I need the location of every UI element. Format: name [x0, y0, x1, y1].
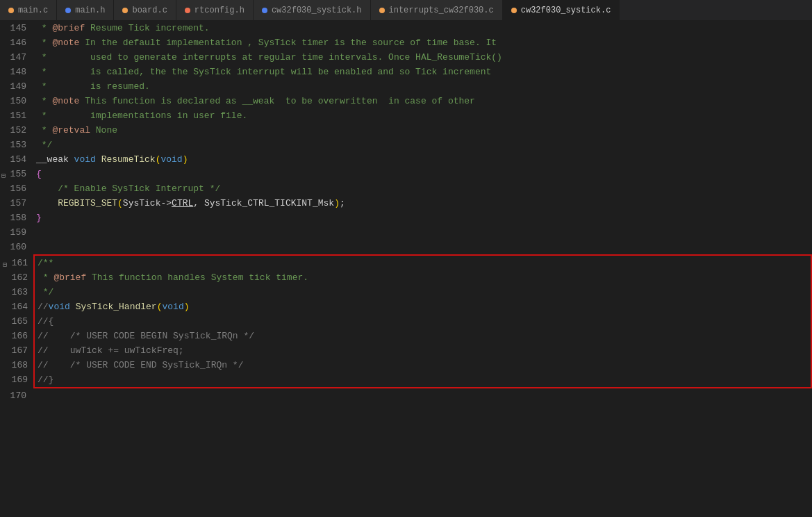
line-number: 161⊟ [1, 256, 35, 270]
code-area: 145 * @brief Resume Tick increment. 146 … [0, 21, 812, 517]
tab-dot [185, 8, 190, 13]
line-content: //{ [35, 314, 811, 329]
tab-main-h[interactable]: main.h [57, 0, 114, 20]
table-row: 168 // /* USER CODE END SysTick_IRQn */ [1, 358, 811, 372]
tab-rtconfig-h[interactable]: rtconfig.h [176, 0, 254, 20]
line-number: 153 [0, 138, 33, 152]
line-content: // /* USER CODE END SysTick_IRQn */ [35, 358, 811, 372]
line-number: 149 [0, 79, 33, 94]
line-number: 170 [0, 388, 33, 403]
line-number: 164 [1, 299, 35, 314]
tab-systick-h[interactable]: cw32f030_systick.h [254, 0, 371, 20]
table-row: 154 __weak void ResumeTick(void) [0, 152, 812, 167]
tab-dot [262, 8, 267, 13]
line-number: 158 [0, 211, 33, 225]
table-row: 169 //} [1, 372, 811, 387]
line-number: 154 [0, 152, 33, 167]
table-row: 167 // uwTick += uwTickFreq; [1, 343, 811, 358]
table-row: 151 * implementations in user file. [0, 108, 812, 123]
line-content: // uwTick += uwTickFreq; [35, 343, 811, 358]
line-number: 165 [1, 314, 35, 329]
table-row: 146 * @note In the default implementatio… [0, 35, 812, 50]
tab-dot [122, 8, 128, 13]
table-row: 147 * used to generate interrupts at reg… [0, 50, 812, 65]
table-row: 159 [0, 225, 812, 240]
tab-systick-c[interactable]: cw32f030_systick.c [503, 0, 620, 20]
table-row: 155⊟ { [0, 167, 812, 181]
table-row: 162 * @brief This function handles Syste… [1, 270, 811, 285]
line-content: /* Enable SysTick Interrupt */ [33, 181, 812, 196]
lines-wrapper: 145 * @brief Resume Tick increment. 146 … [0, 21, 812, 403]
line-number: 157 [0, 196, 33, 211]
line-content: * @note This function is declared as __w… [33, 94, 812, 108]
table-row: 160 [0, 240, 812, 254]
line-content: * is called, the the SysTick interrupt w… [33, 65, 812, 79]
line-number: 148 [0, 65, 33, 79]
highlighted-region: 161⊟ /** 162 * @brief This function hand… [33, 254, 812, 388]
line-content: * is resumed. [33, 79, 812, 94]
line-content: /** [35, 256, 811, 270]
line-content: * implementations in user file. [33, 108, 812, 123]
line-number: 167 [1, 343, 35, 358]
tab-dot [511, 8, 517, 13]
table-row: 157 REGBITS_SET(SysTick->CTRL, SysTick_C… [0, 196, 812, 211]
table-row: 166 // /* USER CODE BEGIN SysTick_IRQn *… [1, 329, 811, 343]
table-row: 148 * is called, the the SysTick interru… [0, 65, 812, 79]
line-content: __weak void ResumeTick(void) [33, 152, 812, 167]
tab-label: board.c [132, 6, 167, 15]
tab-label: cw32f030_systick.h [272, 6, 362, 15]
line-number: 152 [0, 123, 33, 138]
table-row: 150 * @note This function is declared as… [0, 94, 812, 108]
line-content: * used to generate interrupts at regular… [33, 50, 812, 65]
code-lines[interactable]: 145 * @brief Resume Tick increment. 146 … [0, 21, 812, 517]
table-row: 145 * @brief Resume Tick increment. [0, 21, 812, 35]
line-number: 169 [1, 372, 35, 387]
table-row: 164 //void SysTick_Handler(void) [1, 299, 811, 314]
line-number: 162 [1, 270, 35, 285]
line-content: { [33, 167, 812, 181]
line-content: } [33, 211, 812, 225]
table-row: 170 [0, 388, 812, 403]
table-row: 163 */ [1, 285, 811, 299]
tab-bar: main.c main.h board.c rtconfig.h cw32f03… [0, 0, 812, 21]
line-content: * @note In the default implementation , … [33, 35, 812, 50]
line-number: 145 [0, 21, 33, 35]
line-content: * @retval None [33, 123, 812, 138]
line-content: //void SysTick_Handler(void) [35, 299, 811, 314]
tab-dot [379, 8, 385, 13]
tab-board-c[interactable]: board.c [114, 0, 176, 20]
line-number: 155⊟ [0, 167, 33, 181]
line-number: 159 [0, 225, 33, 240]
tab-label: rtconfig.h [194, 6, 245, 15]
line-content: //} [35, 372, 811, 387]
line-number: 168 [1, 358, 35, 372]
line-content: */ [35, 285, 811, 299]
table-row: 149 * is resumed. [0, 79, 812, 94]
line-content: // /* USER CODE BEGIN SysTick_IRQn */ [35, 329, 811, 343]
table-row: 158 } [0, 211, 812, 225]
line-number: 163 [1, 285, 35, 299]
tab-dot [8, 8, 14, 13]
table-row: 152 * @retval None [0, 123, 812, 138]
line-number: 160 [0, 240, 33, 254]
line-number: 150 [0, 94, 33, 108]
table-row: 156 /* Enable SysTick Interrupt */ [0, 181, 812, 196]
tab-label: main.c [18, 6, 48, 15]
line-content: REGBITS_SET(SysTick->CTRL, SysTick_CTRL_… [33, 196, 812, 211]
table-row: 161⊟ /** [1, 256, 811, 270]
tab-label: main.h [75, 6, 105, 15]
table-row: 165 //{ [1, 314, 811, 329]
tab-label: cw32f030_systick.c [521, 6, 611, 15]
line-number: 156 [0, 181, 33, 196]
table-row: 153 */ [0, 138, 812, 152]
line-number: 146 [0, 35, 33, 50]
line-content: * @brief Resume Tick increment. [33, 21, 812, 35]
line-number: 151 [0, 108, 33, 123]
line-content: * @brief This function handles System ti… [35, 270, 811, 285]
tab-interrupts[interactable]: interrupts_cw32f030.c [371, 0, 503, 20]
tab-dot [65, 8, 71, 13]
tab-main-c[interactable]: main.c [0, 0, 57, 20]
line-content: */ [33, 138, 812, 152]
tab-label: interrupts_cw32f030.c [389, 6, 494, 15]
line-number: 147 [0, 50, 33, 65]
